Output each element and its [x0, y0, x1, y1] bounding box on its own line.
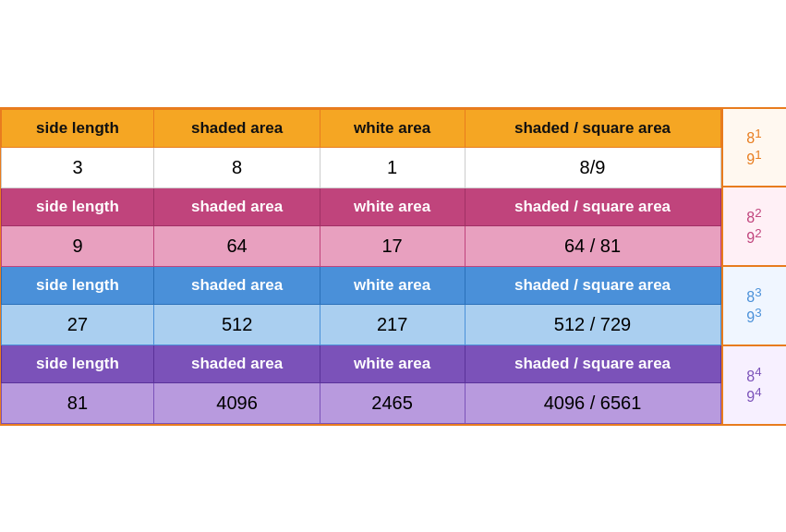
- main-container: side length shaded area white area shade…: [0, 107, 786, 426]
- fraction-1: 81 91: [723, 109, 786, 188]
- data-3-col3: 217: [320, 304, 465, 345]
- header-2-col4: shaded / square area: [465, 187, 720, 225]
- fraction-4-numerator: 84: [746, 369, 761, 384]
- data-4-col4: 4096 / 6561: [465, 382, 720, 423]
- header-1-col1: side length: [1, 109, 154, 147]
- fraction-2: 82 92: [723, 187, 786, 267]
- fraction-2-exp-num: 2: [755, 206, 761, 220]
- data-row-2: 9 64 17 64 / 81: [1, 225, 720, 266]
- header-3-col1: side length: [1, 266, 154, 304]
- header-row-2: side length shaded area white area shade…: [1, 187, 720, 225]
- data-4-col3: 2465: [320, 382, 465, 423]
- fraction-1-display: 81 91: [746, 127, 761, 168]
- fraction-3-denominator: 93: [746, 309, 761, 325]
- data-4-col2: 4096: [154, 382, 320, 423]
- fraction-2-numerator: 82: [746, 210, 761, 225]
- fraction-3-exp-den: 3: [755, 306, 761, 320]
- header-3-col4: shaded / square area: [465, 266, 720, 304]
- header-2-col1: side length: [1, 187, 154, 225]
- fraction-2-display: 82 92: [746, 206, 761, 248]
- fraction-2-exp-den: 2: [755, 226, 761, 240]
- data-3-col4: 512 / 729: [465, 304, 720, 345]
- data-1-col3: 1: [320, 147, 465, 187]
- header-2-col3: white area: [320, 187, 465, 225]
- header-1-col2: shaded area: [154, 109, 320, 147]
- data-4-col1: 81: [1, 382, 154, 423]
- fraction-1-denominator: 91: [746, 151, 761, 167]
- fraction-4-exp-den: 4: [755, 385, 761, 399]
- data-1-col1: 3: [1, 147, 154, 187]
- data-3-col1: 27: [1, 304, 154, 345]
- fraction-1-numerator: 81: [746, 130, 761, 146]
- data-2-col2: 64: [154, 225, 320, 266]
- header-2-col2: shaded area: [154, 187, 320, 225]
- fraction-3: 83 93: [723, 267, 786, 346]
- header-row-3: side length shaded area white area shade…: [1, 266, 720, 304]
- fraction-4: 84 94: [723, 346, 786, 424]
- header-1-col4: shaded / square area: [465, 109, 720, 147]
- fraction-1-exp-num: 1: [755, 127, 761, 140]
- fraction-3-numerator: 83: [746, 289, 761, 305]
- header-row-1: side length shaded area white area shade…: [1, 109, 720, 147]
- header-1-col3: white area: [320, 109, 465, 147]
- fraction-2-denominator: 92: [746, 230, 761, 246]
- fraction-4-display: 84 94: [746, 364, 761, 405]
- data-2-col1: 9: [1, 225, 154, 266]
- header-4-col3: white area: [320, 345, 465, 382]
- data-1-col4: 8/9: [465, 147, 720, 187]
- data-row-1: 3 8 1 8/9: [1, 147, 720, 187]
- data-row-4: 81 4096 2465 4096 / 6561: [1, 382, 720, 423]
- header-3-col2: shaded area: [154, 266, 320, 304]
- data-2-col4: 64 / 81: [465, 225, 720, 266]
- data-2-col3: 17: [320, 225, 465, 266]
- data-3-col2: 512: [154, 304, 320, 345]
- header-3-col3: white area: [320, 266, 465, 304]
- data-1-col2: 8: [154, 147, 320, 187]
- header-4-col1: side length: [1, 345, 154, 382]
- fraction-1-exp-den: 1: [755, 147, 761, 161]
- data-row-3: 27 512 217 512 / 729: [1, 304, 720, 345]
- fraction-4-exp-num: 4: [755, 364, 761, 378]
- data-table: side length shaded area white area shade…: [1, 109, 721, 424]
- fraction-column: 81 91 82 92 83 93 84: [721, 109, 786, 424]
- header-4-col4: shaded / square area: [465, 345, 720, 382]
- fraction-3-display: 83 93: [746, 285, 761, 327]
- fraction-4-denominator: 94: [746, 389, 761, 405]
- fraction-3-exp-num: 3: [755, 285, 761, 299]
- header-row-4: side length shaded area white area shade…: [1, 345, 720, 382]
- header-4-col2: shaded area: [154, 345, 320, 382]
